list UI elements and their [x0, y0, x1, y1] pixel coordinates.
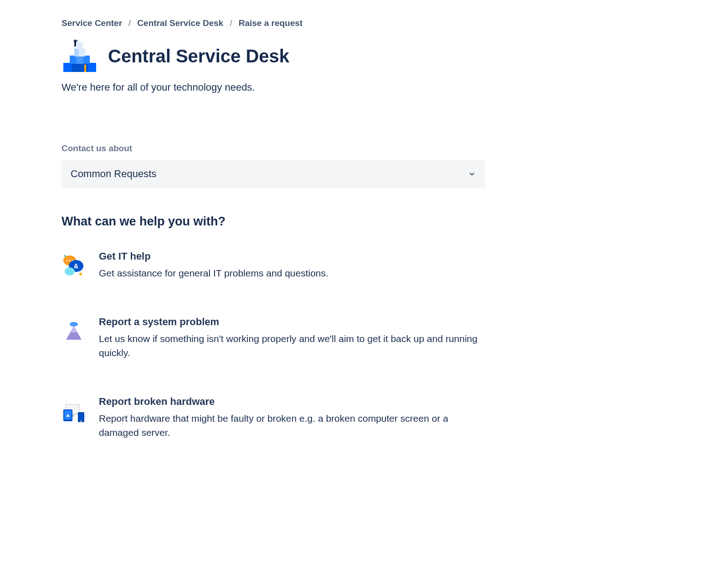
page-title: Central Service Desk: [108, 46, 289, 66]
contact-dropdown[interactable]: Common Requests: [62, 160, 485, 188]
svg-rect-30: [79, 413, 83, 420]
request-title: Report broken hardware: [99, 396, 485, 408]
mountain-flag-icon: [62, 318, 86, 342]
chat-bubbles-icon: &: [62, 252, 86, 277]
svg-rect-1: [63, 63, 72, 72]
chevron-down-icon: [468, 170, 476, 178]
request-content: Report broken hardware Report hardware t…: [99, 396, 485, 440]
request-content: Report a system problem Let us know if s…: [99, 316, 485, 360]
svg-rect-12: [84, 65, 86, 72]
devices-icon: [62, 398, 86, 422]
breadcrumb-link-central-service-desk[interactable]: Central Service Desk: [137, 18, 223, 28]
request-item-report-broken-hardware[interactable]: Report broken hardware Report hardware t…: [62, 396, 485, 440]
request-description: Report hardware that might be faulty or …: [99, 411, 485, 440]
svg-point-19: [65, 267, 75, 276]
svg-rect-7: [74, 48, 79, 56]
svg-point-15: [69, 260, 71, 261]
breadcrumb-separator: /: [230, 18, 232, 28]
page-header: Central Service Desk: [62, 39, 666, 73]
page-subtitle: We're here for all of your technology ne…: [62, 82, 666, 93]
svg-point-20: [79, 273, 82, 276]
svg-rect-5: [83, 56, 90, 64]
contact-label: Contact us about: [62, 143, 666, 153]
service-desk-logo-icon: [62, 39, 98, 73]
svg-rect-4: [70, 56, 76, 64]
request-item-report-system-problem[interactable]: Report a system problem Let us know if s…: [62, 316, 485, 360]
request-title: Report a system problem: [99, 316, 485, 328]
breadcrumb: Service Center / Central Service Desk / …: [62, 18, 666, 28]
svg-point-14: [67, 260, 68, 261]
breadcrumb-link-raise-request[interactable]: Raise a request: [239, 18, 302, 28]
request-description: Get assistance for general IT problems a…: [99, 266, 485, 281]
breadcrumb-link-service-center[interactable]: Service Center: [62, 18, 122, 28]
svg-rect-2: [88, 63, 96, 72]
svg-rect-8: [77, 42, 82, 49]
svg-point-31: [81, 420, 82, 422]
request-content: Get IT help Get assistance for general I…: [99, 250, 485, 281]
request-item-get-it-help[interactable]: & Get IT help Get assistance for general…: [62, 250, 485, 281]
dropdown-selected-value: Common Requests: [71, 168, 156, 180]
help-heading: What can we help you with?: [62, 214, 666, 229]
svg-point-22: [70, 322, 78, 327]
svg-point-21: [64, 255, 66, 257]
svg-text:&: &: [74, 262, 78, 270]
request-description: Let us know if something isn't working p…: [99, 332, 485, 360]
breadcrumb-separator: /: [128, 18, 131, 28]
request-title: Get IT help: [99, 250, 485, 262]
